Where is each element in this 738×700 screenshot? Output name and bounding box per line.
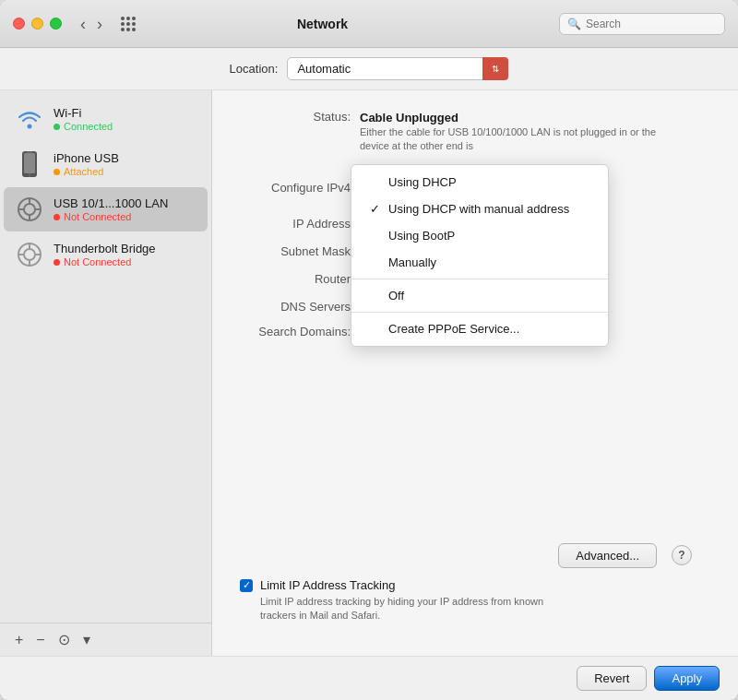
- dropdown-manually[interactable]: Manually: [351, 249, 608, 276]
- thunderbolt-status-dot: [54, 259, 60, 266]
- wifi-network-icon: [15, 104, 44, 134]
- status-value-wrap: Cable Unplugged Either the cable for USB…: [360, 109, 673, 154]
- router-label: Router: [240, 271, 360, 286]
- minimize-button[interactable]: [31, 18, 43, 30]
- dropdown-create-pppoe[interactable]: Create PPPoE Service...: [351, 315, 608, 342]
- thunderbolt-icon: [15, 240, 44, 269]
- create-pppoe-label: Create PPPoE Service...: [388, 322, 519, 336]
- thunderbolt-status-text: Not Connected: [64, 256, 131, 267]
- right-panel-inner: Status: Cable Unplugged Either the cable…: [240, 109, 710, 623]
- svg-point-0: [28, 125, 32, 129]
- wifi-status-dot: [54, 124, 60, 130]
- limit-ip-tracking-content: Limit IP Address Tracking Limit IP addre…: [260, 578, 710, 623]
- using-dhcp-manual-checkmark: ✓: [368, 202, 381, 216]
- iphone-icon: [19, 150, 40, 178]
- bottom-bar: Revert Apply: [0, 656, 738, 700]
- usb-lan-item-name: USB 10/1...1000 LAN: [54, 196, 196, 210]
- wifi-item-info: Wi-Fi Connected: [54, 106, 196, 132]
- checkbox-checkmark-icon: ✓: [243, 580, 251, 590]
- status-section: Status: Cable Unplugged Either the cable…: [240, 109, 710, 154]
- search-box[interactable]: 🔍: [559, 13, 725, 35]
- svg-point-6: [24, 204, 35, 215]
- ip-address-label: IP Address: [240, 216, 360, 231]
- iphone-usb-icon: [15, 149, 44, 179]
- usb-lan-status-dot: [54, 214, 60, 220]
- back-button[interactable]: ‹: [77, 14, 89, 34]
- status-description: Either the cable for USB 10/100/1000 LAN…: [360, 125, 673, 154]
- add-network-button[interactable]: +: [9, 630, 29, 650]
- wifi-item-status: Connected: [54, 121, 196, 132]
- limit-ip-tracking-label: Limit IP Address Tracking: [260, 578, 710, 592]
- thunderbolt-item-info: Thunderbolt Bridge Not Connected: [54, 242, 196, 267]
- thunderbolt-icon-svg: [17, 242, 42, 267]
- titlebar: ‹ › Network 🔍: [0, 0, 738, 48]
- sidebar-item-iphone-usb[interactable]: iPhone USB Attached: [4, 142, 208, 186]
- limit-ip-tracking-checkbox[interactable]: ✓: [240, 579, 253, 592]
- iphone-status-dot: [54, 169, 60, 175]
- right-panel: Status: Cable Unplugged Either the cable…: [212, 90, 738, 656]
- iphone-status-text: Attached: [64, 166, 103, 177]
- status-row: Status: Cable Unplugged Either the cable…: [240, 109, 710, 154]
- dropdown-using-bootp[interactable]: Using BootP: [351, 222, 608, 249]
- search-domains-label: Search Domains:: [240, 324, 360, 338]
- network-preferences-window: ‹ › Network 🔍 Location: Automatic ⇅: [0, 0, 738, 700]
- gear-button[interactable]: ⊙: [53, 629, 76, 650]
- using-dhcp-label: Using DHCP: [388, 175, 457, 189]
- sidebar-item-thunderbolt[interactable]: Thunderbolt Bridge Not Connected: [4, 232, 208, 277]
- close-button[interactable]: [13, 18, 25, 30]
- remove-network-button[interactable]: −: [30, 630, 50, 650]
- sidebar-list: Wi-Fi Connected: [0, 90, 211, 623]
- subnet-mask-label: Subnet Mask: [240, 243, 360, 258]
- window-title: Network: [95, 17, 550, 31]
- advanced-button[interactable]: Advanced...: [558, 543, 657, 568]
- main-content: Wi-Fi Connected: [0, 90, 738, 656]
- dropdown-using-dhcp-manual[interactable]: ✓ Using DHCP with manual address: [351, 196, 608, 222]
- svg-rect-4: [27, 152, 32, 153]
- usb-lan-icon: [15, 195, 44, 224]
- dropdown-using-dhcp[interactable]: Using DHCP: [351, 169, 608, 196]
- search-input[interactable]: [586, 18, 715, 30]
- dropdown-off[interactable]: Off: [351, 282, 608, 309]
- location-label: Location:: [230, 62, 279, 76]
- manually-label: Manually: [388, 255, 436, 269]
- usb-lan-item-status: Not Connected: [54, 211, 196, 222]
- traffic-lights: [13, 18, 62, 30]
- usb-lan-icon-svg: [17, 196, 42, 222]
- location-select-wrap: Automatic ⇅: [287, 57, 508, 80]
- search-icon: 🔍: [567, 18, 581, 30]
- svg-point-12: [24, 249, 35, 260]
- configure-ipv4-label: Configure IPv4: [240, 180, 360, 195]
- limit-ip-tracking-description: Limit IP address tracking by hiding your…: [260, 595, 555, 623]
- wifi-status-text: Connected: [64, 121, 113, 132]
- advanced-buttons-area: Advanced... ?: [558, 543, 692, 568]
- status-value: Cable Unplugged: [360, 111, 458, 125]
- off-label: Off: [388, 289, 404, 303]
- using-bootp-label: Using BootP: [388, 229, 455, 243]
- thunderbolt-item-name: Thunderbolt Bridge: [54, 242, 196, 255]
- status-label: Status:: [240, 109, 360, 124]
- dropdown-separator-2: [351, 312, 608, 313]
- thunderbolt-item-status: Not Connected: [54, 256, 196, 267]
- maximize-button[interactable]: [50, 18, 62, 30]
- sidebar-item-wifi[interactable]: Wi-Fi Connected: [4, 97, 208, 141]
- apply-button[interactable]: Apply: [654, 666, 720, 691]
- dropdown-separator-1: [351, 279, 608, 279]
- iphone-usb-item-info: iPhone USB Attached: [54, 151, 196, 177]
- revert-button[interactable]: Revert: [577, 666, 647, 691]
- usb-lan-status-text: Not Connected: [64, 211, 131, 222]
- iphone-usb-item-name: iPhone USB: [54, 151, 196, 165]
- sidebar: Wi-Fi Connected: [0, 90, 212, 656]
- limit-ip-tracking-row: ✓ Limit IP Address Tracking Limit IP add…: [240, 578, 710, 623]
- location-select[interactable]: Automatic: [287, 57, 508, 80]
- usb-lan-item-info: USB 10/1...1000 LAN Not Connected: [54, 196, 196, 222]
- configure-ipv4-dropdown: Using DHCP ✓ Using DHCP with manual addr…: [351, 164, 609, 347]
- help-button[interactable]: ?: [672, 545, 692, 565]
- location-bar: Location: Automatic ⇅: [0, 48, 738, 90]
- wifi-item-name: Wi-Fi: [54, 106, 196, 120]
- wifi-icon: [17, 109, 42, 129]
- sidebar-item-usb-lan[interactable]: USB 10/1...1000 LAN Not Connected: [4, 187, 208, 231]
- chevron-button[interactable]: ▾: [77, 629, 96, 650]
- dns-servers-label: DNS Servers: [240, 299, 360, 314]
- svg-rect-2: [24, 153, 35, 173]
- sidebar-toolbar: + − ⊙ ▾: [0, 623, 211, 656]
